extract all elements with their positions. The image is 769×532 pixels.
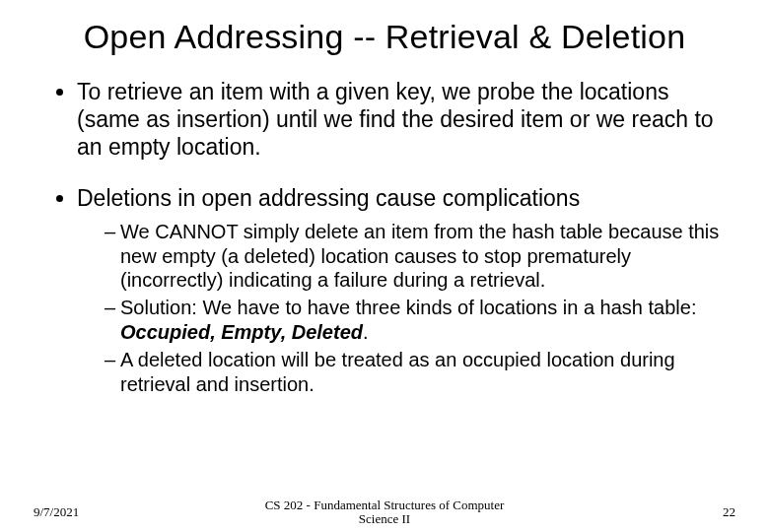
footer-page-number: 22 [723,504,735,520]
bullet-item: To retrieve an item with a given key, we… [77,78,720,161]
sub-bullet-text: Solution: We have to have three kinds of… [120,297,696,318]
emphasis-text: Occupied, Empty, Deleted [120,321,363,343]
slide-title: Open Addressing -- Retrieval & Deletion [39,18,730,56]
sub-bullet-item: A deleted location will be treated as an… [105,348,720,396]
slide-content: To retrieve an item with a given key, we… [39,78,730,396]
slide: Open Addressing -- Retrieval & Deletion … [0,0,769,532]
footer-date: 9/7/2021 [34,504,79,520]
sub-bullet-item: We CANNOT simply delete an item from the… [105,220,720,292]
bullet-text: Deletions in open addressing cause compl… [77,185,580,211]
sub-bullet-item: Solution: We have to have three kinds of… [105,296,720,344]
sub-bullet-text: . [363,321,369,343]
footer-course: CS 202 - Fundamental Structures of Compu… [256,499,513,527]
sub-bullet-list: We CANNOT simply delete an item from the… [77,220,720,396]
slide-footer: 9/7/2021 CS 202 - Fundamental Structures… [0,504,769,520]
bullet-item: Deletions in open addressing cause compl… [77,184,720,396]
bullet-list: To retrieve an item with a given key, we… [49,78,720,396]
